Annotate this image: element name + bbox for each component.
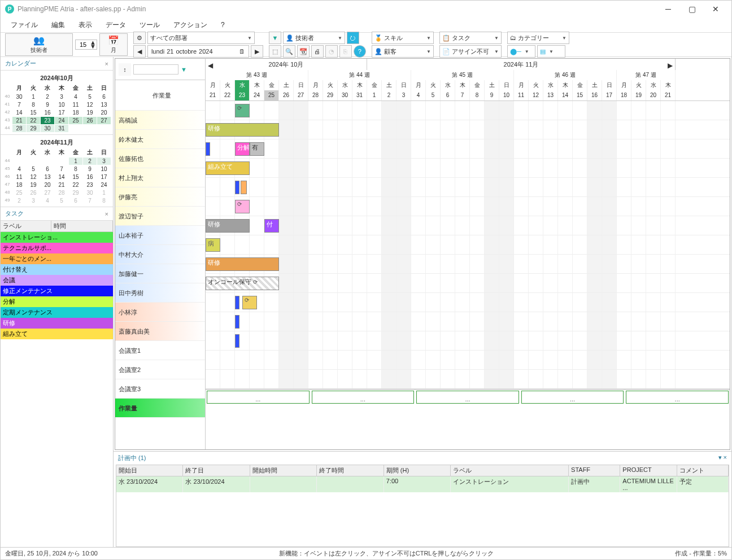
bottom-td[interactable]: ACTEMIUM LILLE ...: [620, 476, 677, 492]
task-item[interactable]: 組み立て: [1, 329, 113, 339]
cal-day[interactable]: 16: [41, 109, 54, 116]
cal-day[interactable]: 9: [83, 165, 97, 173]
cal-day[interactable]: 5: [27, 165, 40, 173]
resource-name[interactable]: 会議室3: [115, 379, 205, 399]
cal-day[interactable]: 25: [12, 189, 26, 196]
cal-day[interactable]: 10: [97, 165, 111, 173]
cal-day[interactable]: 1: [97, 189, 111, 196]
workload-cell[interactable]: ...: [626, 391, 729, 404]
cal-day[interactable]: 13: [97, 101, 111, 108]
cal-day[interactable]: 15: [69, 173, 82, 181]
cal-day[interactable]: 10: [55, 101, 68, 108]
gantt-bar[interactable]: [235, 181, 239, 194]
resource-name[interactable]: 伊藤亮: [115, 187, 205, 207]
gantt-bar[interactable]: 病: [206, 238, 220, 252]
cal-day[interactable]: 24: [97, 181, 111, 189]
bottom-td[interactable]: [250, 476, 317, 492]
cal-day[interactable]: 28: [12, 125, 26, 132]
bottom-td[interactable]: 水 23/10/2024: [183, 476, 250, 492]
resource-name[interactable]: 会議室2: [115, 360, 205, 379]
gantt-search-input[interactable]: [133, 64, 178, 75]
task-header-label[interactable]: ラベル: [1, 221, 51, 231]
cal-day[interactable]: 13: [41, 173, 54, 181]
minimize-button[interactable]: ─: [661, 2, 675, 16]
cal-day[interactable]: 3: [55, 93, 68, 100]
cal-day[interactable]: 21: [55, 181, 68, 189]
resource-name[interactable]: 小林淳: [115, 303, 205, 322]
cal-day[interactable]: 2: [83, 158, 97, 165]
chart-icon[interactable]: ◔: [325, 45, 338, 58]
spin-down[interactable]: ▼: [90, 45, 96, 49]
bottom-td[interactable]: [317, 476, 384, 492]
print-icon[interactable]: 🖨: [311, 45, 324, 58]
cal-day[interactable]: 14: [55, 173, 68, 181]
department-dropdown[interactable]: すべての部署▼: [147, 32, 255, 44]
resource-name[interactable]: 村上翔太: [115, 168, 205, 187]
gantt-bar[interactable]: 研修: [206, 219, 250, 233]
cal-day[interactable]: 29: [69, 189, 82, 196]
cal-day[interactable]: 5: [83, 93, 97, 100]
cal-day[interactable]: 30: [83, 189, 97, 196]
nav-next-button[interactable]: ▶: [251, 45, 263, 58]
task-panel-close[interactable]: ×: [105, 211, 108, 217]
cal-day[interactable]: 11: [12, 173, 26, 181]
bottom-close-icon[interactable]: ×: [724, 454, 727, 461]
gantt-bar[interactable]: [241, 181, 246, 194]
cal-day[interactable]: 29: [27, 125, 40, 132]
cal-day[interactable]: 18: [69, 109, 82, 116]
cal-day[interactable]: 7: [83, 197, 97, 204]
cal-day[interactable]: 12: [83, 101, 97, 108]
cal-day[interactable]: 24: [55, 117, 68, 124]
cal-day[interactable]: 23: [41, 117, 54, 124]
cal-day[interactable]: 30: [12, 93, 26, 100]
workload-cell[interactable]: ...: [312, 391, 415, 404]
task-item[interactable]: 修正メンテナンス: [1, 286, 113, 296]
cal-day[interactable]: 22: [27, 117, 40, 124]
calendar2-icon[interactable]: 📆: [297, 45, 310, 58]
task-item[interactable]: テクニカルサポ...: [1, 243, 113, 253]
cal-day[interactable]: 25: [69, 117, 82, 124]
cal-day[interactable]: 26: [27, 189, 40, 196]
bottom-td[interactable]: 水 23/10/2024: [116, 476, 183, 492]
cal-day[interactable]: 31: [55, 125, 68, 132]
gantt-bar[interactable]: ⟳: [235, 200, 250, 213]
bottom-th[interactable]: コメント: [677, 465, 729, 476]
cal-day[interactable]: 6: [69, 197, 82, 204]
cal-day[interactable]: [55, 158, 68, 165]
gantt-bar[interactable]: オンコール保守 ⟳: [206, 277, 279, 290]
task-item[interactable]: インストレーショ...: [1, 232, 113, 243]
cal-day[interactable]: 20: [41, 181, 54, 189]
resource-name[interactable]: 会議室1: [115, 341, 205, 360]
cal-day[interactable]: 28: [55, 189, 68, 196]
cal-day[interactable]: 4: [41, 197, 54, 204]
task-item[interactable]: 会議: [1, 275, 113, 286]
toggle1-dropdown[interactable]: ⬤─▼: [507, 45, 535, 58]
gantt-bar[interactable]: [206, 142, 210, 156]
bottom-th[interactable]: 開始時間: [250, 465, 317, 476]
task-dropdown[interactable]: 📋 タスク▼: [439, 32, 502, 44]
menu-ツール[interactable]: ツール: [134, 19, 165, 31]
bottom-td[interactable]: 7:00: [384, 476, 451, 492]
cal-day[interactable]: 2: [41, 93, 54, 100]
gantt-bar[interactable]: 有: [250, 142, 264, 156]
gantt-bar[interactable]: 付: [264, 219, 279, 233]
cal-day[interactable]: [12, 158, 26, 165]
spin-value[interactable]: [76, 41, 90, 48]
nav-prev-button[interactable]: ◀: [133, 45, 146, 58]
task-item[interactable]: 付け替え: [1, 264, 113, 275]
cal-day[interactable]: 12: [27, 173, 40, 181]
technician-button[interactable]: 👥 技術者: [5, 33, 73, 56]
date-picker[interactable]: lundi 21 octobre 2024 🗓: [147, 45, 249, 58]
export-icon[interactable]: ⎘: [339, 45, 352, 58]
month-view-button[interactable]: 📅 月: [99, 33, 128, 56]
customer-dropdown[interactable]: 👤 顧客▼: [372, 45, 434, 58]
resource-name[interactable]: 渡辺智子: [115, 207, 205, 226]
cal-day[interactable]: 26: [83, 117, 97, 124]
bottom-th[interactable]: 終了日: [183, 465, 250, 476]
cal-day[interactable]: 27: [97, 117, 111, 124]
workload-cell[interactable]: ...: [521, 391, 624, 404]
hierarchy-icon[interactable]: ⚙: [133, 32, 146, 44]
menu-ファイル[interactable]: ファイル: [5, 19, 43, 31]
cal-day[interactable]: 18: [12, 181, 26, 189]
cal-day[interactable]: 5: [55, 197, 68, 204]
